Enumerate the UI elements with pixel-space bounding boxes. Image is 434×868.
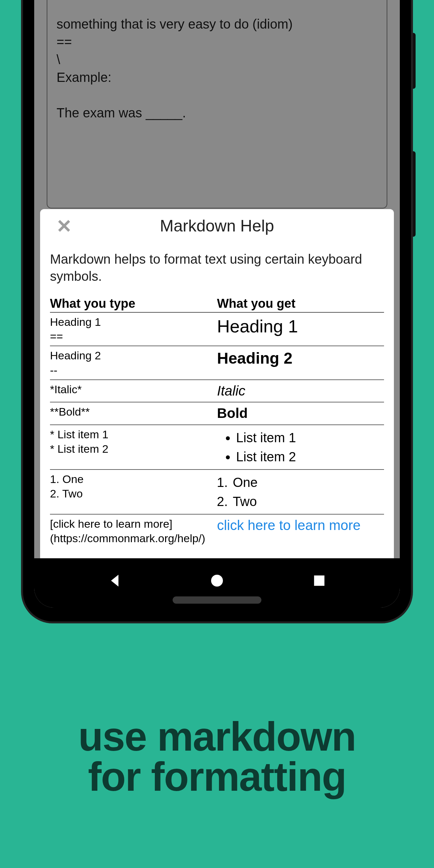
cell-get: Italic <box>217 380 384 402</box>
cell-type: **Bold** <box>50 402 217 425</box>
table-row: **Bold** Bold <box>50 402 384 425</box>
modal-title: Markdown Help <box>40 216 394 236</box>
phone-side-button <box>411 151 415 237</box>
nav-home-icon[interactable] <box>208 572 226 591</box>
modal-intro-text: Markdown helps to format text using cert… <box>50 251 384 285</box>
cell-type: *Italic* <box>50 380 217 402</box>
list-item: List item 1 <box>236 429 384 446</box>
table-row: [click here to learn more](https://commo… <box>50 514 384 548</box>
svg-point-2 <box>211 575 223 587</box>
phone-screen: FRONT SIDE BACK SIDE something that is v… <box>34 0 400 608</box>
nav-back-icon[interactable] <box>106 572 124 591</box>
list-item: List item 2 <box>236 448 384 465</box>
cell-get: Heading 1 <box>217 312 384 346</box>
cell-type: [click here to learn more](https://commo… <box>50 514 217 548</box>
caption-line-1: use markdown <box>0 717 434 757</box>
rendered-heading-2: Heading 2 <box>217 348 384 369</box>
cell-type: Heading 1 == <box>50 312 217 346</box>
rendered-link[interactable]: click here to learn more <box>217 518 361 533</box>
rendered-ul: List item 1 List item 2 <box>217 429 384 465</box>
column-header-get: What you get <box>217 297 384 312</box>
nav-recents-icon[interactable] <box>310 572 328 591</box>
cell-get: Bold <box>217 402 384 425</box>
rendered-italic: Italic <box>217 383 245 399</box>
cell-get: Heading 2 <box>217 346 384 379</box>
caption-line-2: for formatting <box>0 757 434 797</box>
modal-body: Markdown helps to format text using cert… <box>40 236 394 551</box>
rendered-heading-1: Heading 1 <box>217 315 384 338</box>
list-item: One <box>231 474 384 491</box>
table-row: *Italic* Italic <box>50 380 384 402</box>
markdown-examples-table: What you type What you get Heading 1 == … <box>50 297 384 548</box>
cell-get: One Two <box>217 469 384 514</box>
rendered-ol: One Two <box>217 474 384 510</box>
markdown-help-modal: Markdown Help Markdown helps to format t… <box>40 209 394 558</box>
close-icon[interactable] <box>57 218 72 234</box>
list-item: Two <box>231 493 384 510</box>
column-header-type: What you type <box>50 297 217 312</box>
cell-type: Heading 2 -- <box>50 346 217 379</box>
cell-get: List item 1 List item 2 <box>217 425 384 469</box>
phone-frame: FRONT SIDE BACK SIDE something that is v… <box>23 0 411 621</box>
table-row: Heading 2 -- Heading 2 <box>50 346 384 379</box>
table-row: * List item 1 * List item 2 List item 1 … <box>50 425 384 469</box>
phone-side-button <box>411 33 415 89</box>
table-row: 1. One 2. Two One Two <box>50 469 384 514</box>
svg-rect-3 <box>314 576 324 586</box>
cell-type: * List item 1 * List item 2 <box>50 425 217 469</box>
modal-header: Markdown Help <box>40 209 394 236</box>
cell-get: click here to learn more <box>217 514 384 548</box>
promo-caption: use markdown for formatting <box>0 717 434 797</box>
cell-type: 1. One 2. Two <box>50 469 217 514</box>
rendered-bold: Bold <box>217 405 248 421</box>
home-pill <box>173 596 261 603</box>
table-row: Heading 1 == Heading 1 <box>50 312 384 346</box>
